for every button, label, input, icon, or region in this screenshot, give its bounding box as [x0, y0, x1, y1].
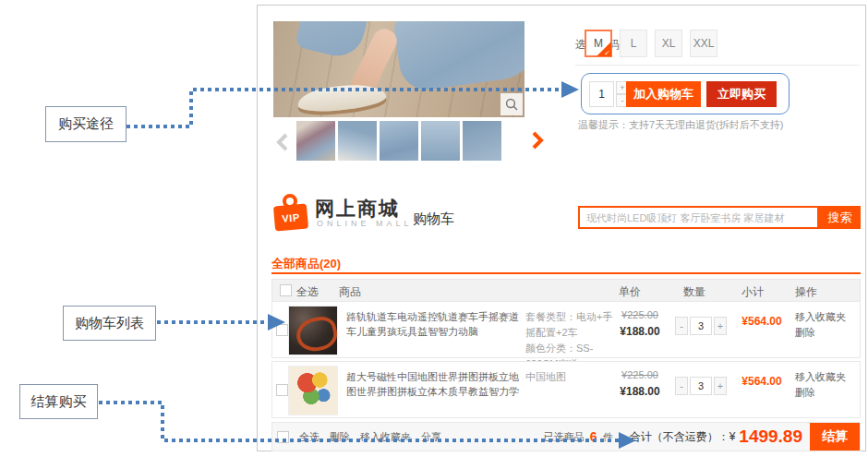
size-option-xl[interactable]: XL	[655, 30, 682, 57]
jeans-shape	[295, 21, 369, 62]
column-product: 商品	[339, 284, 361, 300]
annotation-purchase-path: 购买途径	[45, 106, 127, 142]
quantity-input[interactable]	[589, 81, 614, 107]
select-all-checkbox[interactable]	[280, 284, 292, 296]
footer-select-all-link[interactable]: 全选	[299, 430, 319, 444]
product-title[interactable]: 超大号磁性中国地图世界拼图拼板立地图世界拼图拼板立体木质早教益智力学生地理男	[346, 369, 520, 401]
row-checkbox[interactable]	[276, 384, 288, 396]
gallery-next-icon[interactable]	[532, 131, 544, 150]
size-option-l[interactable]: L	[620, 30, 647, 57]
search-input[interactable]	[578, 206, 819, 229]
current-price: ¥188.00	[616, 385, 664, 398]
current-price: ¥188.00	[616, 325, 664, 338]
spec-line: 套餐类型：电动+手摇配置+2车	[525, 309, 618, 341]
annotation-cart-list-label: 购物车列表	[75, 315, 144, 332]
page: 购买途径 购物车列表 结算购买 选择尺码:	[0, 0, 868, 457]
product-specs: 中国地图	[525, 369, 618, 385]
row-subtotal: ¥564.00	[734, 375, 790, 388]
buy-now-button[interactable]: 立即购买	[706, 81, 777, 107]
size-option-label: XXL	[693, 37, 715, 50]
cart-table-header: 全选 商品 单价 数量 小计 操作	[271, 279, 861, 302]
cart-row: 超大号磁性中国地图世界拼图拼板立地图世界拼图拼板立体木质早教益智力学生地理男 中…	[271, 361, 861, 418]
footer-move-to-favorites-link[interactable]: 移入收藏夹	[360, 430, 411, 444]
shopping-bag-logo-icon[interactable]: VIP	[273, 193, 310, 232]
divider	[575, 65, 860, 66]
footer-links: 全选 删除 移入收藏夹 分享	[277, 423, 441, 451]
footer-share-link[interactable]: 分享	[421, 430, 441, 444]
selected-suffix: 件	[603, 430, 613, 444]
size-option-label: XL	[662, 37, 676, 50]
product-image[interactable]	[288, 366, 338, 415]
row-quantity-stepper: - +	[675, 377, 727, 395]
thumbnail[interactable]	[296, 121, 335, 161]
cart-row: 路轨轨道车电动遥控轨道赛车手摇赛道车儿童男孩玩具益智智力动脑 套餐类型：电动+手…	[271, 301, 861, 358]
total-label: 合计（不含运费）：¥	[630, 429, 736, 445]
row-qty-input[interactable]	[690, 317, 712, 335]
size-option-label: L	[631, 37, 637, 50]
add-to-cart-button[interactable]: 加入购物车	[626, 81, 701, 107]
checkout-button[interactable]: 结算	[810, 423, 860, 451]
total-value: 1499.89	[739, 427, 802, 447]
annotation-checkout-label: 结算购买	[31, 393, 87, 411]
page-title: 购物车	[413, 210, 454, 228]
gallery-prev-icon[interactable]	[276, 133, 288, 151]
row-qty-increase-button[interactable]: +	[714, 377, 727, 395]
row-actions: 移入收藏夹 删除	[795, 369, 846, 401]
row-checkbox[interactable]	[276, 324, 288, 336]
main-panel: 选择尺码: M✓ L XL XXL + - 加入购物车 立即购买 温馨提示：支持…	[257, 5, 866, 451]
annotation-purchase-path-label: 购买途径	[58, 115, 114, 133]
brand-name: 网上商城	[315, 196, 400, 222]
unit-price-cell: ¥225.00 ¥188.00	[616, 369, 664, 398]
search-button[interactable]: 搜索	[819, 206, 861, 229]
spec-line: 中国地图	[525, 369, 618, 385]
original-price: ¥225.00	[621, 309, 658, 320]
row-subtotal: ¥564.00	[734, 315, 790, 328]
column-actions: 操作	[795, 284, 817, 300]
row-actions: 移入收藏夹 删除	[795, 309, 846, 341]
product-image[interactable]	[288, 306, 338, 355]
row-qty-increase-button[interactable]: +	[714, 317, 727, 335]
zoom-magnifier-icon[interactable]	[500, 93, 523, 115]
checkmark-icon: ✓	[604, 49, 610, 57]
footer-delete-link[interactable]: 删除	[330, 430, 350, 444]
jeans-shape	[392, 21, 524, 93]
size-option-m[interactable]: M✓	[585, 30, 612, 57]
annotation-cart-list: 购物车列表	[63, 306, 156, 341]
thumbnail[interactable]	[380, 121, 418, 161]
row-qty-decrease-button[interactable]: -	[675, 377, 688, 395]
move-to-favorites-link[interactable]: 移入收藏夹	[795, 369, 846, 385]
row-qty-decrease-button[interactable]: -	[675, 317, 688, 335]
totals-summary: 已选商品 6 件 合计（不含运费）：¥ 1499.89	[544, 423, 802, 451]
original-price: ¥225.00	[621, 369, 658, 380]
selected-count: 6	[588, 429, 599, 444]
column-quantity: 数量	[683, 284, 705, 300]
column-subtotal: 小计	[741, 284, 764, 300]
thumbnail[interactable]	[421, 121, 460, 161]
selected-prefix: 已选商品	[544, 430, 585, 444]
delete-link[interactable]: 删除	[795, 325, 846, 341]
brand-subtitle: ONLINE MALL	[317, 219, 413, 228]
return-policy-notice: 温馨提示：支持7天无理由退货(拆封后不支持)	[578, 118, 783, 132]
delete-link[interactable]: 删除	[795, 385, 846, 401]
move-to-favorites-link[interactable]: 移入收藏夹	[795, 309, 846, 325]
unit-price-cell: ¥225.00 ¥188.00	[616, 309, 664, 338]
column-select-all: 全选	[296, 284, 319, 300]
thumbnail[interactable]	[463, 121, 501, 161]
row-quantity-stepper: - +	[675, 317, 727, 335]
size-option-label: M	[594, 37, 603, 50]
product-main-image	[273, 21, 524, 117]
tab-all-products[interactable]: 全部商品(20)	[271, 256, 341, 272]
product-title[interactable]: 路轨轨道车电动遥控轨道赛车手摇赛道车儿童男孩玩具益智智力动脑	[346, 309, 520, 339]
size-option-xxl[interactable]: XXL	[690, 30, 717, 57]
column-unit-price: 单价	[619, 284, 641, 300]
thumbnail-strip	[296, 121, 501, 161]
size-options: M✓ L XL XXL	[585, 30, 717, 57]
cart-footer-bar: 全选 删除 移入收藏夹 分享 已选商品 6 件 合计（不含运费）：¥ 1499.…	[271, 422, 861, 451]
thumbnail[interactable]	[338, 121, 377, 161]
row-qty-input[interactable]	[690, 377, 712, 395]
annotation-checkout: 结算购买	[19, 384, 98, 419]
footer-select-all-checkbox[interactable]	[277, 431, 289, 443]
buy-action-group: + - 加入购物车 立即购买	[581, 73, 790, 114]
vip-badge: VIP	[282, 211, 300, 224]
tab-underline	[271, 272, 861, 274]
